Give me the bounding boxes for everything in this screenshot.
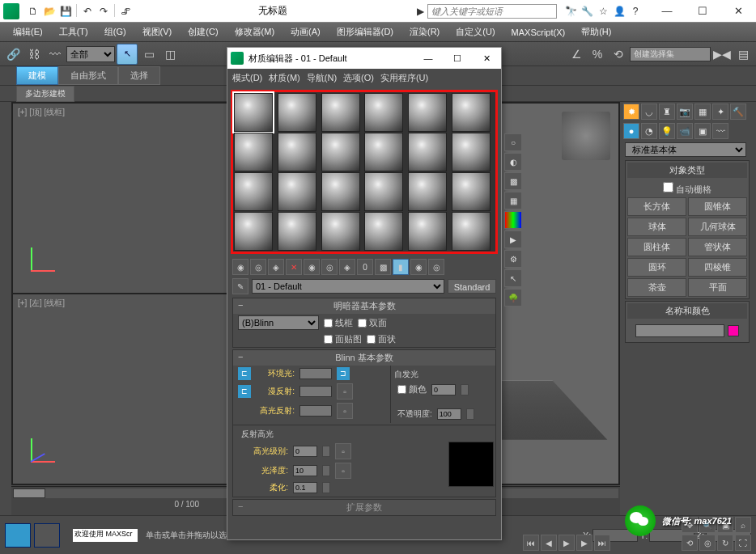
link-icon[interactable]: 🖇	[118, 4, 133, 19]
diffuse-color-swatch[interactable]	[299, 386, 332, 397]
put-to-lib-icon[interactable]: ◈	[339, 259, 355, 275]
spacewarps-icon[interactable]: 〰	[712, 123, 728, 139]
select-object-tool[interactable]: ↖	[117, 44, 138, 65]
orbit-icon[interactable]: ⟲	[682, 535, 698, 551]
tab-selection[interactable]: 选择	[118, 66, 160, 85]
viewport-label[interactable]: [+] [顶] [线框]	[18, 107, 65, 118]
prim-box-button[interactable]: 长方体	[627, 197, 686, 216]
binoculars-icon[interactable]: 🔭	[563, 4, 578, 19]
spinner-snap-icon[interactable]: ⟲	[609, 44, 628, 64]
time-slider[interactable]	[13, 488, 45, 498]
redo-icon[interactable]: ↷	[96, 4, 111, 19]
select-name-icon[interactable]: ▭	[139, 44, 159, 64]
undo-icon[interactable]: ↶	[80, 4, 95, 19]
menu-maxscript[interactable]: MAXScript(X)	[505, 26, 572, 39]
lights-icon[interactable]: 💡	[659, 123, 675, 139]
soften-spinner[interactable]	[293, 482, 317, 493]
me-menu-options[interactable]: 选项(O)	[343, 72, 374, 84]
arrow-icon[interactable]: ▶	[413, 4, 427, 19]
spec-level-map-button[interactable]: ▫	[335, 443, 351, 459]
star-icon[interactable]: ✹	[623, 104, 639, 120]
backlight-icon[interactable]: ◐	[504, 153, 522, 171]
sample-slot[interactable]	[278, 172, 316, 211]
reset-map-icon[interactable]: ✕	[286, 259, 302, 275]
menu-animation[interactable]: 动画(A)	[284, 24, 327, 40]
percent-snap-icon[interactable]: %	[588, 44, 607, 64]
go-parent-icon[interactable]: ◉	[410, 259, 427, 275]
select-rect-icon[interactable]: ◫	[160, 44, 180, 64]
prim-cone-button[interactable]: 圆锥体	[688, 197, 747, 216]
arc-icon[interactable]: ◡	[641, 104, 657, 120]
prim-torus-button[interactable]: 圆环	[627, 258, 686, 277]
get-material-icon[interactable]: ◉	[232, 259, 248, 275]
2sided-checkbox[interactable]: 双面	[358, 317, 387, 329]
menu-customize[interactable]: 自定义(U)	[449, 24, 501, 40]
sample-slot[interactable]	[234, 93, 273, 132]
object-name-input[interactable]	[635, 324, 724, 337]
go-sibling-icon[interactable]: ◎	[428, 259, 444, 275]
panel-title[interactable]: Blinn 基本参数	[233, 350, 495, 366]
sample-slot[interactable]	[452, 172, 491, 211]
geometry-icon[interactable]: ●	[623, 123, 639, 139]
helpers-icon[interactable]: ▣	[694, 123, 711, 139]
menu-help[interactable]: 帮助(H)	[575, 24, 618, 40]
matmap-nav-icon[interactable]: 🌳	[504, 289, 522, 307]
geometry-type-dropdown[interactable]: 标准基本体	[625, 142, 746, 157]
maximize-button[interactable]: ☐	[688, 2, 717, 20]
menu-modifiers[interactable]: 修改器(M)	[228, 24, 282, 40]
selfillum-color-checkbox[interactable]: 颜色	[397, 383, 427, 395]
sample-slot[interactable]	[278, 212, 316, 251]
sample-slot[interactable]	[321, 93, 360, 132]
sample-slot[interactable]	[364, 212, 403, 251]
angle-snap-icon[interactable]: ∠	[567, 44, 586, 64]
options-icon[interactable]: ⚙	[504, 250, 522, 268]
sample-slot[interactable]	[278, 93, 316, 132]
tab-freeform[interactable]: 自由形式	[58, 66, 118, 85]
ambient-color-swatch[interactable]	[299, 368, 332, 379]
me-minimize-button[interactable]: —	[417, 53, 440, 64]
light-icon[interactable]: ♜	[659, 104, 675, 120]
hammer-icon[interactable]: 🔨	[730, 104, 746, 120]
me-menu-util[interactable]: 实用程序(U)	[380, 72, 428, 84]
ambient-lock-icon[interactable]: ⊏	[238, 367, 251, 380]
sample-slot[interactable]	[321, 133, 360, 171]
sample-slot[interactable]	[364, 172, 403, 211]
material-name-dropdown[interactable]: 01 - Default	[252, 279, 444, 294]
sample-slot[interactable]	[452, 133, 491, 171]
systems-icon[interactable]: ✦	[712, 104, 728, 120]
make-unique-icon[interactable]: ◎	[321, 259, 338, 275]
prim-geosphere-button[interactable]: 几何球体	[688, 218, 747, 236]
viewport-layout-icon[interactable]	[5, 523, 31, 548]
camera-icon[interactable]: 📷	[677, 104, 693, 120]
menu-render[interactable]: 渲染(R)	[403, 24, 446, 40]
tab-modeling[interactable]: 建模	[16, 66, 58, 85]
play-icon[interactable]: ▶	[559, 535, 575, 551]
viewport-label[interactable]: [+] [左] [线框]	[18, 298, 65, 309]
new-icon[interactable]: 🗋	[26, 4, 40, 19]
maximize-viewport-icon[interactable]: ⛶	[735, 535, 751, 551]
me-maximize-button[interactable]: ☐	[446, 53, 469, 64]
autogrid-checkbox[interactable]: 自动栅格	[627, 180, 747, 197]
background-icon[interactable]: ▩	[504, 172, 522, 190]
pick-material-icon[interactable]: ✎	[232, 278, 248, 294]
show-end-result-icon[interactable]: ▮	[393, 259, 409, 275]
close-button[interactable]: ✕	[724, 2, 753, 20]
sample-slot[interactable]	[408, 93, 447, 132]
roll-icon[interactable]: ↻	[717, 535, 733, 551]
prim-teapot-button[interactable]: 茶壶	[627, 278, 686, 297]
help-search-input[interactable]	[427, 4, 557, 19]
cameras-icon[interactable]: 📹	[677, 123, 693, 139]
sample-slot[interactable]	[234, 133, 273, 171]
gloss-map-button[interactable]: ▫	[335, 463, 351, 479]
spinner-buttons[interactable]	[322, 446, 330, 457]
sample-slot[interactable]	[234, 212, 273, 251]
put-to-scene-icon[interactable]: ◎	[250, 259, 266, 275]
shapes-icon[interactable]: ◔	[641, 123, 657, 139]
help-icon[interactable]: ?	[628, 4, 643, 19]
diffuse-lock-icon[interactable]: ⊏	[238, 385, 251, 398]
menu-grapheditor[interactable]: 图形编辑器(D)	[330, 24, 400, 40]
menu-edit[interactable]: 编辑(E)	[6, 24, 49, 40]
wire-checkbox[interactable]: 线框	[324, 317, 353, 329]
menu-create[interactable]: 创建(C)	[181, 24, 224, 40]
prim-cylinder-button[interactable]: 圆柱体	[627, 238, 686, 256]
